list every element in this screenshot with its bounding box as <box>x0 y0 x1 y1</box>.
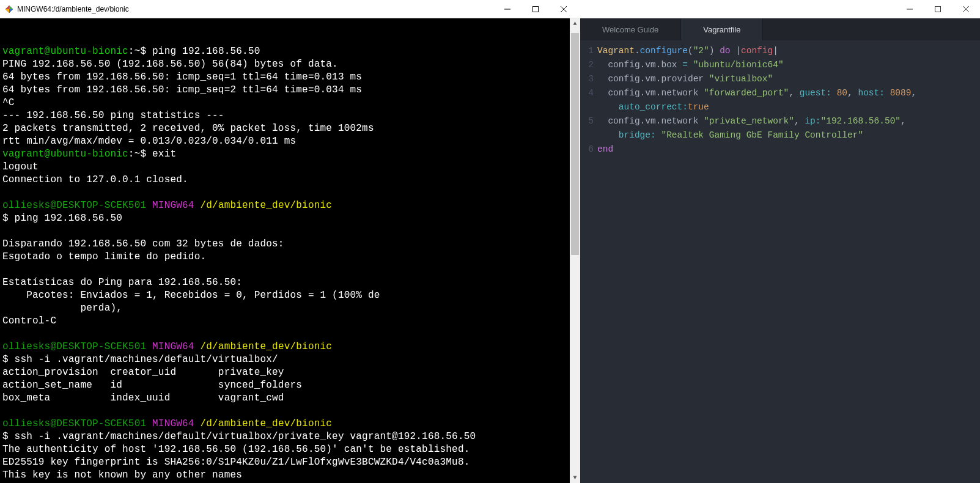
tab-welcome-guide[interactable]: Welcome Guide <box>580 18 681 40</box>
svg-rect-6 <box>533 6 539 12</box>
terminal-line: box_meta index_uuid vagrant_cwd <box>2 392 578 405</box>
terminal-line: Pacotes: Enviados = 1, Recebidos = 0, Pe… <box>2 289 578 302</box>
editor-window: Welcome GuideVagrantfile 1Vagrant.config… <box>580 0 980 483</box>
terminal-line: ED25519 key fingerprint is SHA256:0/S1P4… <box>2 456 578 469</box>
code-line: 3 config.vm.provider "virtualbox" <box>584 72 980 86</box>
line-number: 2 <box>584 58 597 72</box>
line-number: 1 <box>584 44 597 58</box>
terminal-title: MINGW64:/d/ambiente_dev/bionic <box>17 5 493 13</box>
terminal-line <box>2 186 578 199</box>
terminal-line <box>2 264 578 276</box>
terminal-line: action_provision creator_uid private_key <box>2 366 578 379</box>
terminal-line: rtt min/avg/max/mdev = 0.013/0.023/0.034… <box>2 135 578 148</box>
terminal-line: 64 bytes from 192.168.56.50: icmp_seq=2 … <box>2 84 578 97</box>
line-number: 3 <box>584 72 597 86</box>
editor-minimize-button[interactable] <box>896 0 924 18</box>
terminal-line: This key is not known by any other names <box>2 469 578 482</box>
editor-window-controls <box>896 0 980 18</box>
line-number: 6 <box>584 142 597 157</box>
line-number <box>584 100 597 114</box>
code-line: 1Vagrant.configure("2") do |config| <box>584 44 980 58</box>
terminal-line: --- 192.168.56.50 ping statistics --- <box>2 109 578 122</box>
terminal-line: vagrant@ubuntu-bionic:~$ exit <box>2 148 578 161</box>
terminal-body[interactable]: vagrant@ubuntu-bionic:~$ ping 192.168.56… <box>0 18 580 483</box>
minimize-button[interactable] <box>493 0 521 18</box>
scroll-down-icon[interactable]: ▼ <box>570 473 580 483</box>
line-number <box>584 128 597 142</box>
scroll-thumb[interactable] <box>571 33 579 255</box>
terminal-line: logout <box>2 161 578 174</box>
tab-vagrantfile[interactable]: Vagrantfile <box>681 18 763 40</box>
code-line: 2 config.vm.box = "ubuntu/bionic64" <box>584 58 980 72</box>
editor-body[interactable]: 1Vagrant.configure("2") do |config|2 con… <box>580 40 980 483</box>
terminal-line: Disparando 192.168.56.50 com 32 bytes de… <box>2 238 578 251</box>
terminal-scrollbar[interactable]: ▲ ▼ <box>570 18 580 483</box>
terminal-window: MINGW64:/d/ambiente_dev/bionic vagrant@u… <box>0 0 580 483</box>
editor-tabs: Welcome GuideVagrantfile <box>580 18 980 40</box>
terminal-line: 2 packets transmitted, 2 received, 0% pa… <box>2 122 578 135</box>
maximize-button[interactable] <box>521 0 550 18</box>
svg-marker-1 <box>9 6 13 9</box>
terminal-line: olliesks@DESKTOP-SCEK501 MINGW64 /d/ambi… <box>2 341 578 353</box>
terminal-titlebar[interactable]: MINGW64:/d/ambiente_dev/bionic <box>0 0 580 18</box>
mingw-icon <box>5 5 13 13</box>
editor-close-button[interactable] <box>952 0 980 18</box>
terminal-line: 64 bytes from 192.168.56.50: icmp_seq=1 … <box>2 71 578 84</box>
svg-marker-2 <box>6 9 9 13</box>
window-controls <box>493 0 578 18</box>
code-line: 4 config.vm.network "forwarded_port", gu… <box>584 86 980 100</box>
code-line: 5 config.vm.network "private_network", i… <box>584 114 980 128</box>
terminal-line <box>2 405 578 418</box>
terminal-line: Connection to 127.0.0.1 closed. <box>2 174 578 186</box>
code-line: bridge: "Realtek Gaming GbE Family Contr… <box>584 128 980 142</box>
terminal-line: Estatísticas do Ping para 192.168.56.50: <box>2 276 578 289</box>
scroll-up-icon[interactable]: ▲ <box>570 18 580 29</box>
terminal-line: Control-C <box>2 315 578 328</box>
terminal-line: action_set_name id synced_folders <box>2 379 578 392</box>
scroll-track[interactable] <box>570 29 580 473</box>
terminal-line: $ ping 192.168.56.50 <box>2 212 578 225</box>
terminal-line: olliesks@DESKTOP-SCEK501 MINGW64 /d/ambi… <box>2 418 578 430</box>
line-number: 4 <box>584 86 597 100</box>
terminal-line: PING 192.168.56.50 (192.168.56.50) 56(84… <box>2 58 578 71</box>
terminal-line <box>2 225 578 238</box>
terminal-line: Esgotado o tempo limite do pedido. <box>2 251 578 264</box>
terminal-line: perda), <box>2 302 578 315</box>
line-number: 5 <box>584 114 597 128</box>
svg-rect-10 <box>935 7 941 12</box>
terminal-line: ^C <box>2 97 578 109</box>
terminal-line <box>2 328 578 341</box>
editor-maximize-button[interactable] <box>924 0 952 18</box>
editor-titlebar[interactable] <box>580 0 980 18</box>
terminal-line: $ ssh -i .vagrant/machines/default/virtu… <box>2 430 578 443</box>
svg-marker-4 <box>9 9 13 13</box>
terminal-line: olliesks@DESKTOP-SCEK501 MINGW64 /d/ambi… <box>2 199 578 212</box>
terminal-line: $ ssh -i .vagrant/machines/default/virtu… <box>2 353 578 366</box>
code-line: 6end <box>584 142 980 157</box>
terminal-line: vagrant@ubuntu-bionic:~$ ping 192.168.56… <box>2 45 578 58</box>
svg-marker-3 <box>6 6 9 9</box>
code-line: auto_correct:true <box>584 100 980 114</box>
terminal-line: The authenticity of host '192.168.56.50 … <box>2 443 578 456</box>
close-button[interactable] <box>550 0 578 18</box>
